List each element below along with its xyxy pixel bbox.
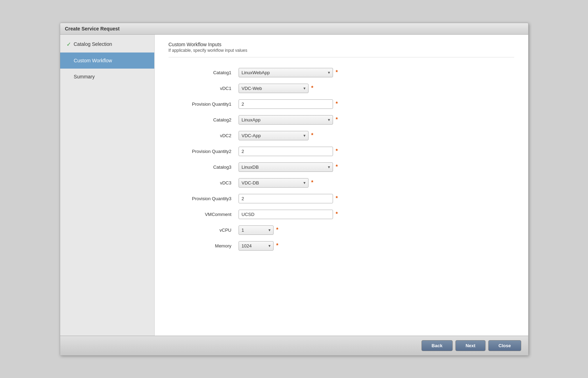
required-star-catalog2: * bbox=[336, 117, 338, 123]
control-memory: 512 1024 2048 4096 ▼ * bbox=[239, 241, 278, 251]
required-star-vdc3: * bbox=[311, 180, 313, 186]
required-star-memory: * bbox=[276, 243, 278, 249]
required-star-qty1: * bbox=[336, 101, 338, 107]
label-vdc2: vDC2 bbox=[169, 133, 239, 138]
input-provision-qty1[interactable] bbox=[239, 99, 333, 109]
control-catalog3: LinuxWebApp LinuxApp LinuxDB ▼ * bbox=[239, 162, 338, 172]
form-row-vdc3: vDC3 VDC-Web VDC-App VDC-DB ▼ * bbox=[169, 178, 514, 188]
sidebar-item-summary[interactable]: Summary bbox=[60, 69, 154, 85]
input-provision-qty3[interactable] bbox=[239, 194, 333, 203]
select-wrapper-catalog1: LinuxWebApp LinuxApp LinuxDB ▼ bbox=[239, 68, 333, 77]
select-memory[interactable]: 512 1024 2048 4096 bbox=[239, 241, 274, 251]
select-wrapper-catalog2: LinuxWebApp LinuxApp LinuxDB ▼ bbox=[239, 115, 333, 125]
main-content: Custom Workflow Inputs If applicable, sp… bbox=[155, 35, 528, 336]
form-row-provision-qty3: Provision Quantity3 * bbox=[169, 194, 514, 203]
dialog-title: Create Service Request bbox=[60, 23, 528, 35]
select-catalog2[interactable]: LinuxWebApp LinuxApp LinuxDB bbox=[239, 115, 333, 125]
control-vcpu: 1 2 4 8 ▼ * bbox=[239, 225, 278, 235]
close-button[interactable]: Close bbox=[488, 340, 521, 351]
form-row-provision-qty1: Provision Quantity1 * bbox=[169, 99, 514, 109]
form-row-catalog3: Catalog3 LinuxWebApp LinuxApp LinuxDB ▼ … bbox=[169, 162, 514, 172]
select-vdc1[interactable]: VDC-Web VDC-App VDC-DB bbox=[239, 84, 309, 93]
required-star-qty3: * bbox=[336, 195, 338, 202]
select-wrapper-vdc1: VDC-Web VDC-App VDC-DB ▼ bbox=[239, 84, 309, 93]
input-vmcomment[interactable] bbox=[239, 210, 333, 219]
control-vdc1: VDC-Web VDC-App VDC-DB ▼ * bbox=[239, 84, 313, 93]
input-provision-qty2[interactable] bbox=[239, 147, 333, 156]
label-catalog3: Catalog3 bbox=[169, 164, 239, 170]
form-row-provision-qty2: Provision Quantity2 * bbox=[169, 147, 514, 156]
select-wrapper-vdc2: VDC-Web VDC-App VDC-DB ▼ bbox=[239, 131, 309, 140]
label-catalog1: Catalog1 bbox=[169, 70, 239, 75]
label-memory: Memory bbox=[169, 243, 239, 248]
create-service-request-dialog: Create Service Request ✓ Catalog Selecti… bbox=[60, 23, 529, 356]
label-provision-qty3: Provision Quantity3 bbox=[169, 196, 239, 201]
required-star-vcpu: * bbox=[276, 227, 278, 233]
select-wrapper-vdc3: VDC-Web VDC-App VDC-DB ▼ bbox=[239, 178, 309, 188]
required-star-vmcomment: * bbox=[336, 211, 338, 217]
required-star-vdc1: * bbox=[311, 85, 313, 91]
select-vdc3[interactable]: VDC-Web VDC-App VDC-DB bbox=[239, 178, 309, 188]
back-button[interactable]: Back bbox=[421, 340, 453, 351]
dialog-footer: Back Next Close bbox=[60, 336, 528, 355]
form-row-catalog1: Catalog1 LinuxWebApp LinuxApp LinuxDB ▼ … bbox=[169, 68, 514, 77]
placeholder-icon bbox=[66, 57, 71, 64]
control-catalog1: LinuxWebApp LinuxApp LinuxDB ▼ * bbox=[239, 68, 338, 77]
sidebar-item-catalog-selection[interactable]: ✓ Catalog Selection bbox=[60, 36, 154, 52]
required-star-vdc2: * bbox=[311, 132, 313, 139]
form-row-memory: Memory 512 1024 2048 4096 ▼ * bbox=[169, 241, 514, 251]
placeholder-icon bbox=[66, 74, 71, 80]
label-vdc1: vDC1 bbox=[169, 86, 239, 91]
control-provision-qty3: * bbox=[239, 194, 338, 203]
form-section: Catalog1 LinuxWebApp LinuxApp LinuxDB ▼ … bbox=[169, 64, 514, 251]
required-star-catalog3: * bbox=[336, 164, 338, 170]
form-row-vdc1: vDC1 VDC-Web VDC-App VDC-DB ▼ * bbox=[169, 84, 514, 93]
control-vdc2: VDC-Web VDC-App VDC-DB ▼ * bbox=[239, 131, 313, 140]
label-vmcomment: VMComment bbox=[169, 212, 239, 217]
control-provision-qty1: * bbox=[239, 99, 338, 109]
control-provision-qty2: * bbox=[239, 147, 338, 156]
dialog-body: ✓ Catalog Selection Custom Workflow Summ… bbox=[60, 35, 528, 336]
main-header: Custom Workflow Inputs If applicable, sp… bbox=[169, 42, 514, 57]
sidebar-item-custom-workflow[interactable]: Custom Workflow bbox=[60, 52, 154, 69]
main-title: Custom Workflow Inputs bbox=[169, 42, 514, 47]
select-catalog1[interactable]: LinuxWebApp LinuxApp LinuxDB bbox=[239, 68, 333, 77]
select-wrapper-catalog3: LinuxWebApp LinuxApp LinuxDB ▼ bbox=[239, 162, 333, 172]
sidebar-item-label: Summary bbox=[74, 74, 95, 79]
form-row-catalog2: Catalog2 LinuxWebApp LinuxApp LinuxDB ▼ … bbox=[169, 115, 514, 125]
required-star-catalog1: * bbox=[336, 69, 338, 76]
next-button[interactable]: Next bbox=[455, 340, 486, 351]
select-vdc2[interactable]: VDC-Web VDC-App VDC-DB bbox=[239, 131, 309, 140]
sidebar-item-label: Catalog Selection bbox=[74, 41, 112, 47]
check-icon: ✓ bbox=[66, 41, 71, 48]
form-row-vmcomment: VMComment * bbox=[169, 210, 514, 219]
label-provision-qty1: Provision Quantity1 bbox=[169, 102, 239, 107]
main-subtitle: If applicable, specify workflow input va… bbox=[169, 48, 514, 53]
select-wrapper-memory: 512 1024 2048 4096 ▼ bbox=[239, 241, 274, 251]
sidebar-item-label: Custom Workflow bbox=[74, 58, 112, 63]
form-row-vcpu: vCPU 1 2 4 8 ▼ * bbox=[169, 225, 514, 235]
control-vdc3: VDC-Web VDC-App VDC-DB ▼ * bbox=[239, 178, 313, 188]
form-row-vdc2: vDC2 VDC-Web VDC-App VDC-DB ▼ * bbox=[169, 131, 514, 140]
label-vcpu: vCPU bbox=[169, 227, 239, 233]
select-vcpu[interactable]: 1 2 4 8 bbox=[239, 225, 274, 235]
control-catalog2: LinuxWebApp LinuxApp LinuxDB ▼ * bbox=[239, 115, 338, 125]
sidebar: ✓ Catalog Selection Custom Workflow Summ… bbox=[60, 35, 155, 336]
label-provision-qty2: Provision Quantity2 bbox=[169, 149, 239, 154]
control-vmcomment: * bbox=[239, 210, 338, 219]
label-catalog2: Catalog2 bbox=[169, 117, 239, 122]
label-vdc3: vDC3 bbox=[169, 180, 239, 186]
select-catalog3[interactable]: LinuxWebApp LinuxApp LinuxDB bbox=[239, 162, 333, 172]
required-star-qty2: * bbox=[336, 148, 338, 154]
select-wrapper-vcpu: 1 2 4 8 ▼ bbox=[239, 225, 274, 235]
